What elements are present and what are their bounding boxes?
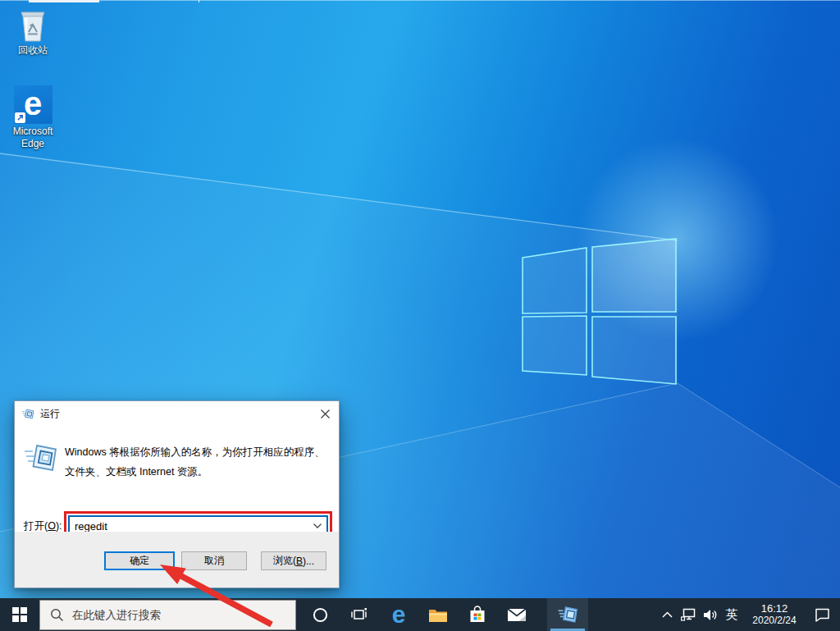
- microsoft-store-icon: [468, 606, 486, 624]
- open-input[interactable]: [70, 520, 308, 533]
- file-explorer-icon: [428, 607, 448, 623]
- desktop-icon-label: 回收站: [18, 44, 48, 57]
- edge-tile: e: [14, 85, 52, 124]
- run-dialog-titlebar[interactable]: 运行: [15, 401, 339, 426]
- run-dialog: 运行 Windows 将根据你所输入的名称，为你打开相应的程序、 文件夹、文档或…: [14, 400, 340, 588]
- tray-chevron-button[interactable]: [656, 598, 678, 631]
- cancel-button[interactable]: 取消: [181, 551, 247, 570]
- clock-time: 16:12: [745, 602, 804, 615]
- file-explorer-button[interactable]: [418, 598, 458, 631]
- desktop-icon-label: Microsoft Edge: [7, 126, 59, 150]
- action-center-icon: [815, 608, 830, 622]
- edge-icon: e: [392, 602, 406, 627]
- chevron-down-icon[interactable]: [308, 524, 326, 528]
- desktop-screen: 回收站 e Microsoft Edge 运行: [0, 0, 840, 631]
- clock[interactable]: 16:12 2020/2/24: [745, 602, 804, 627]
- description-line-1: Windows 将根据你所输入的名称，为你打开相应的程序、: [65, 442, 325, 462]
- shortcut-arrow-icon: [15, 112, 25, 123]
- cortana-icon: [313, 607, 328, 623]
- chevron-up-icon: [662, 611, 673, 618]
- run-dialog-title-icon: [22, 409, 34, 419]
- task-view-icon: [351, 608, 368, 621]
- run-dialog-title: 运行: [40, 407, 60, 421]
- browse-button[interactable]: 浏览(B)...: [261, 551, 326, 570]
- windows-logo-icon: [12, 607, 27, 622]
- cortana-button[interactable]: [300, 598, 340, 631]
- mail-button[interactable]: [497, 598, 536, 631]
- network-icon: [681, 608, 696, 621]
- search-icon: [50, 608, 64, 622]
- action-center-button[interactable]: [804, 598, 840, 631]
- ime-indicator[interactable]: 英: [722, 598, 742, 631]
- desktop-icon-microsoft-edge[interactable]: e Microsoft Edge: [7, 85, 59, 150]
- run-dialog-footer: 确定 取消 浏览(B)...: [15, 532, 339, 588]
- ok-button[interactable]: 确定: [104, 551, 175, 570]
- recycle-bin-icon: [16, 7, 49, 43]
- top-window-sliver-divider: [199, 0, 199, 2]
- run-app-icon: [558, 606, 578, 624]
- task-view-button[interactable]: [340, 598, 379, 631]
- speaker-icon: [703, 609, 718, 621]
- microsoft-store-button[interactable]: [458, 598, 497, 631]
- start-button[interactable]: [0, 598, 39, 631]
- run-app-taskbar-button[interactable]: [547, 598, 588, 631]
- run-dialog-description: Windows 将根据你所输入的名称，为你打开相应的程序、 文件夹、文档或 In…: [65, 442, 325, 482]
- clock-date: 2020/2/24: [745, 615, 804, 627]
- mail-icon: [507, 608, 527, 622]
- taskbar-search[interactable]: [39, 600, 296, 630]
- edge-taskbar-button[interactable]: e: [379, 598, 418, 631]
- run-program-icon: [24, 443, 58, 473]
- volume-tray-button[interactable]: [699, 598, 722, 631]
- desktop-icon-recycle-bin[interactable]: 回收站: [7, 7, 59, 57]
- close-icon[interactable]: [311, 401, 339, 426]
- search-input[interactable]: [64, 608, 295, 622]
- taskbar: e: [0, 598, 840, 631]
- network-tray-button[interactable]: [678, 598, 699, 631]
- edge-logo-icon: e: [24, 87, 42, 120]
- top-window-sliver: [0, 0, 840, 1]
- top-window-sliver-segment: [29, 0, 99, 2]
- description-line-2: 文件夹、文档或 Internet 资源。: [65, 462, 325, 482]
- run-dialog-body: Windows 将根据你所输入的名称，为你打开相应的程序、 文件夹、文档或 In…: [15, 426, 339, 532]
